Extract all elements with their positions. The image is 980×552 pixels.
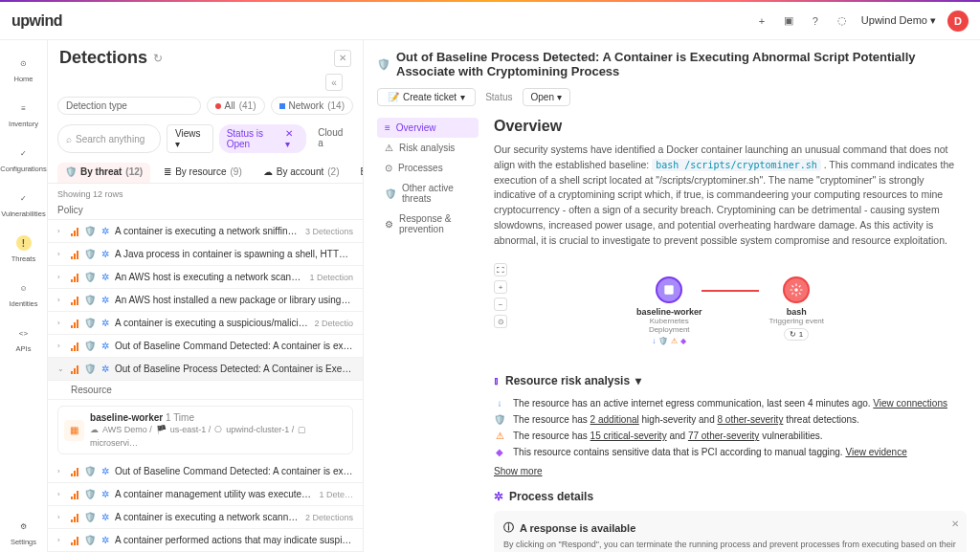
process-graph: ⛶ + − ⊙ baseline-worker Kubernetes Deplo… (494, 263, 967, 359)
risk-icon: ⚠ (494, 431, 505, 441)
help-icon[interactable]: ? (808, 13, 823, 29)
chevron-icon: › (57, 513, 65, 521)
svg-rect-0 (665, 286, 674, 295)
shield-icon: 🛡️ (65, 166, 77, 177)
views-button[interactable]: Views ▾ (167, 124, 213, 153)
detection-type-filter[interactable]: Detection type (57, 97, 201, 115)
sidenav: ⊙Home ≡Inventory ✓Configurations ✓Vulner… (0, 40, 48, 552)
severity-icon (71, 342, 78, 351)
shield-icon: 🛡️ (84, 295, 96, 305)
risk-link[interactable]: View evidence (845, 447, 906, 457)
graph-zoom-in-icon[interactable]: + (494, 280, 507, 294)
add-icon[interactable]: + (754, 13, 769, 29)
show-more-link[interactable]: Show more (494, 466, 967, 476)
gear-icon: ✲ (101, 512, 109, 522)
severity-icon (71, 467, 78, 476)
risk-icon: ⚠ (385, 143, 393, 153)
detection-row[interactable]: › 🛡️ ✲ Out of Baseline Command Detected:… (48, 460, 363, 483)
severity-icon (71, 227, 78, 236)
shield-icon: 🛡️ (84, 535, 96, 545)
nav-response[interactable]: ⚙Response & prevention (377, 209, 479, 239)
network-filter-pill[interactable]: Network (14) (271, 97, 353, 115)
overview-icon: ≡ (385, 122, 390, 133)
gear-icon: ✲ (101, 318, 109, 328)
resource-icon: ≣ (164, 166, 171, 177)
risk-line: ↓The resource has an active internet egr… (494, 395, 967, 411)
refresh-icon[interactable]: ↻ (153, 52, 163, 65)
svg-point-1 (795, 289, 799, 293)
graph-node-process[interactable]: bash Triggering event ↻ 1 (769, 276, 825, 345)
detail-pane: 🛡️ Out of Baseline Process Detected: A C… (364, 40, 980, 552)
search-icon: ⌕ (66, 134, 72, 144)
chevron-icon: › (57, 490, 65, 498)
collapse-icon[interactable]: « (325, 74, 343, 91)
nav-threats[interactable]: 🛡️Other active threats (377, 178, 479, 209)
sidebar-item-home[interactable]: ⊙Home (3, 48, 45, 89)
resource-card[interactable]: ▦ baseline-worker 1 Time ☁ AWS Demo / 🏴 … (57, 406, 353, 454)
sidebar-item-inventory[interactable]: ≡Inventory (3, 93, 45, 134)
detection-row[interactable]: › 🛡️ ✲ A Java process in container is sp… (48, 243, 363, 266)
check-icon: ✓ (14, 144, 33, 163)
detection-row[interactable]: › 🛡️ ✲ A container is executing a networ… (48, 506, 363, 529)
detection-row[interactable]: › 🛡️ ✲ An AWS host is executing a networ… (48, 266, 363, 289)
avatar[interactable]: D (947, 11, 969, 32)
risk-icon: ↓ (494, 398, 505, 408)
graph-node-resource[interactable]: baseline-worker Kubernetes Deployment ↓🛡… (636, 276, 702, 345)
nav-processes[interactable]: ⊙Processes (377, 158, 479, 178)
detection-row[interactable]: › 🛡️ ✲ Out of Baseline Command Detected:… (48, 335, 363, 358)
overview-heading: Overview (494, 118, 967, 135)
status-select[interactable]: Open ▾ (523, 88, 570, 106)
sidebar-item-settings[interactable]: ⚙Settings (3, 511, 45, 552)
close-icon[interactable]: ✕ (334, 50, 351, 67)
detection-row[interactable]: › 🛡️ ✲ A container management utility wa… (48, 483, 363, 506)
close-icon[interactable]: ✕ (951, 519, 959, 529)
cloud-icon: ☁ (263, 166, 273, 177)
tab-by-resource[interactable]: ≣By resource (9) (156, 163, 250, 183)
graph-reset-icon[interactable]: ⊙ (494, 315, 507, 328)
detection-row[interactable]: ⌄ 🛡️ ✲ Out of Baseline Process Detected:… (48, 358, 363, 381)
sidebar-item-vuln[interactable]: ✓Vulnerabilities (3, 183, 45, 224)
graph-zoom-out-icon[interactable]: − (494, 298, 507, 311)
gear-icon: ✲ (101, 535, 109, 545)
gear-icon: ✲ (101, 226, 109, 236)
shield-icon: 🛡️ (84, 341, 96, 351)
detection-row[interactable]: › 🛡️ ✲ A container is executing a networ… (48, 220, 363, 243)
gear-icon: ✲ (101, 249, 109, 259)
status-chip[interactable]: Status is Open ✕ ▾ (219, 124, 306, 153)
chevron-icon: › (57, 296, 65, 304)
search-input[interactable]: ⌕Search anything (57, 124, 161, 153)
detection-row[interactable]: › 🛡️ ✲ An AWS host installed a new packa… (48, 289, 363, 312)
gear-icon: ✲ (494, 490, 503, 503)
shield-icon: 🛡️ (84, 466, 96, 476)
nav-risk[interactable]: ⚠Risk analysis (377, 138, 479, 158)
cloud-filter[interactable]: Cloud a (312, 124, 353, 153)
sidebar-item-threats[interactable]: !Threats (3, 228, 45, 269)
chevron-icon: › (57, 250, 65, 258)
panel-icon[interactable]: ▣ (781, 13, 796, 29)
sidebar-item-identities[interactable]: ☺Identities (3, 273, 45, 314)
graph-expand-icon[interactable]: ⛶ (494, 263, 507, 276)
severity-icon (71, 536, 78, 545)
detection-row[interactable]: › 🛡️ ✲ A container performed actions tha… (48, 529, 363, 552)
workspace-selector[interactable]: Upwind Demo ▾ (861, 14, 936, 27)
all-filter-pill[interactable]: All (41) (207, 97, 265, 115)
gear-icon: ✲ (101, 341, 109, 351)
tab-by-account[interactable]: ☁By account (2) (256, 163, 347, 183)
sidebar-item-config[interactable]: ✓Configurations (3, 138, 45, 179)
policy-header: Policy (48, 201, 363, 220)
nav-overview[interactable]: ≡Overview (377, 118, 479, 138)
shield-icon: 🛡️ (84, 512, 96, 522)
chevron-icon: › (57, 227, 65, 235)
detection-row[interactable]: › 🛡️ ✲ A container is executing a suspic… (48, 312, 363, 335)
chevron-icon: ⌄ (57, 364, 65, 373)
tab-by-other[interactable]: By (352, 163, 363, 183)
create-ticket-button[interactable]: 📝 Create ticket ▾ (377, 88, 476, 106)
risk-icon: ◆ (494, 447, 505, 457)
tab-by-threat[interactable]: 🛡️By threat (12) (57, 163, 150, 183)
severity-icon (71, 250, 78, 259)
severity-icon (71, 364, 78, 374)
sidebar-item-apis[interactable]: <>APIs (3, 318, 45, 359)
detections-pane: Detections ↻ ✕ « Detection type All (41)… (48, 40, 364, 552)
shield-icon: 🛡️ (84, 364, 96, 374)
risk-link[interactable]: View connections (873, 398, 947, 408)
